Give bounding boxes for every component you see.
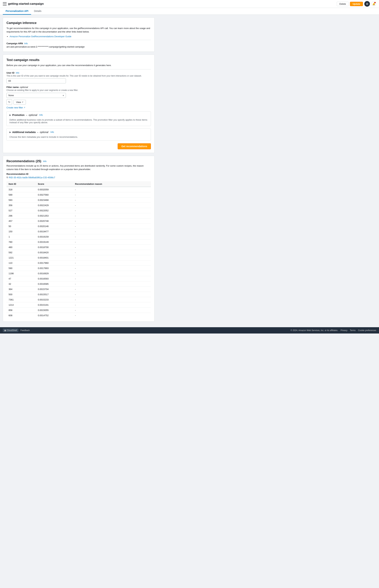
- recommendations-table: Item ID Score Recommendation reason 3180…: [6, 181, 151, 318]
- terms-link[interactable]: Terms: [350, 329, 356, 332]
- promotion-dash: –: [26, 114, 27, 116]
- table-row: 8580.0015055-: [6, 308, 151, 313]
- external-link-icon-2: ↗: [24, 107, 25, 109]
- additional-metadata-header[interactable]: ▶ Additional metadata – optional Info: [7, 129, 151, 136]
- hamburger-menu[interactable]: [3, 2, 7, 5]
- user-id-input[interactable]: [6, 78, 66, 83]
- external-link-icon: ↗: [22, 101, 23, 103]
- table-row: 5270.0022052-: [6, 208, 151, 213]
- table-row: 4800.0018700-: [6, 245, 151, 250]
- create-filter-link[interactable]: Create new filter ↗: [6, 106, 151, 109]
- additional-metadata-arrow: ▶: [9, 131, 11, 133]
- developer-guide-link[interactable]: Amazon Personalize GetRecommendations De…: [10, 35, 71, 38]
- recommendations-info-link[interactable]: Info: [43, 160, 47, 163]
- table-row: 5920.0018420-: [6, 250, 151, 255]
- recommendations-count: (25): [36, 159, 41, 163]
- table-row: 4570.0020748-: [6, 218, 151, 224]
- arn-section: Campaign ARN Info arn:aws:personalize:us…: [6, 42, 151, 48]
- table-row: 500.0020146-: [6, 224, 151, 229]
- update-button[interactable]: Update: [350, 2, 363, 6]
- table-row: 10.0019159-: [6, 234, 151, 239]
- filter-optional-label: optional: [20, 86, 28, 88]
- table-row: 12210.0018401-: [6, 255, 151, 261]
- view-button[interactable]: View ↗: [14, 100, 26, 105]
- table-row: 5890.0027560-: [6, 192, 151, 198]
- privacy-link[interactable]: Privacy: [341, 329, 347, 332]
- filter-label: Filter name- optional: [6, 86, 151, 88]
- test-campaign-card: Test campaign results Before you use you…: [3, 55, 155, 153]
- top-bar-left: getting-started-campaign: [3, 2, 44, 6]
- col-score: Score: [36, 181, 73, 187]
- recommendations-desc: Recommendations include up to 25 items o…: [6, 164, 151, 171]
- filter-hint: Choose an existing filter to apply to yo…: [6, 89, 151, 92]
- top-bar-right: Delete Update ⚙ 🔔: [337, 1, 376, 7]
- additional-metadata-info-link[interactable]: Info: [50, 131, 54, 133]
- table-row: 3560.0022429-: [6, 203, 151, 208]
- settings-icon[interactable]: ⚙: [364, 1, 370, 7]
- campaign-inference-title: Campaign inference: [6, 21, 151, 25]
- rec-id-value: ⧉ RID-35-402c-ba0b-5fb86a83f81a-CID-4598…: [6, 176, 151, 179]
- feedback-link[interactable]: Feedback: [20, 329, 30, 332]
- filter-name-group: Filter name- optional Choose an existing…: [6, 86, 151, 109]
- table-row: 5930.0023468-: [6, 198, 151, 203]
- promotion-info-link[interactable]: Info: [39, 114, 43, 116]
- table-row: 1100.0017960-: [6, 261, 151, 266]
- recommendations-title: Recommendations: [6, 159, 35, 163]
- delete-button[interactable]: Delete: [337, 2, 348, 6]
- campaign-inference-desc: To get recommendations for this campaign…: [6, 27, 151, 33]
- table-row: 6080.0014752-: [6, 313, 151, 318]
- campaign-inference-card: Campaign inference To get recommendation…: [3, 17, 155, 52]
- arn-value: arn:aws:personalize:us-west-2:**********…: [6, 46, 151, 48]
- user-id-info-link[interactable]: Info: [16, 72, 19, 74]
- get-recommendations-button[interactable]: Get recommendations: [118, 143, 151, 149]
- page-title: getting-started-campaign: [8, 2, 44, 6]
- copy-icon: ⧉: [6, 176, 8, 179]
- table-row: 470.0016593-: [6, 276, 151, 281]
- filter-select[interactable]: None: [6, 93, 66, 98]
- promotion-header[interactable]: ▶ Promotion – optional Info: [7, 111, 151, 119]
- main-content: Campaign inference To get recommendation…: [0, 15, 157, 327]
- filter-select-wrap: None: [6, 93, 66, 98]
- promotion-section: ▶ Promotion – optional Info Define addit…: [6, 111, 151, 126]
- user-id-group: User ID Info This is the user ID of the …: [6, 72, 151, 84]
- additional-optional: optional: [40, 131, 48, 134]
- footer: ▣ CloudShell Feedback © 2024, Amazon Web…: [0, 327, 379, 334]
- recommendations-header: Recommendations (25) Info: [6, 159, 151, 163]
- alert-icon[interactable]: 🔔: [371, 1, 376, 6]
- table-row: 3180.0032059-: [6, 187, 151, 192]
- top-bar: getting-started-campaign Delete Update ⚙…: [0, 0, 379, 8]
- recommendations-card: Recommendations (25) Info Recommendation…: [3, 156, 155, 322]
- terminal-icon: ▣: [4, 329, 6, 332]
- col-item-id: Item ID: [6, 181, 36, 187]
- tab-details[interactable]: Details: [31, 8, 44, 15]
- table-row: 5000.0015517-: [6, 292, 151, 297]
- test-campaign-desc: Before you use your campaign in your app…: [6, 64, 151, 67]
- footer-right: © 2024, Amazon Web Services, Inc. or its…: [291, 329, 376, 332]
- footer-left: ▣ CloudShell Feedback: [3, 329, 30, 332]
- user-id-label: User ID Info: [6, 72, 151, 74]
- tabs-bar: Personalization API Details: [0, 8, 379, 15]
- table-row: 2960.0021353-: [6, 213, 151, 218]
- arn-info-link[interactable]: Info: [24, 42, 28, 45]
- table-row: 5900.0017893-: [6, 266, 151, 271]
- promotion-arrow: ▶: [9, 114, 11, 116]
- user-id-hint: This is the user ID of the user you want…: [6, 75, 151, 77]
- col-rec-reason: Recommendation reason: [73, 181, 151, 187]
- additional-dash: –: [37, 131, 38, 134]
- refresh-button[interactable]: ↻: [6, 99, 12, 105]
- tab-personalization-api[interactable]: Personalization API: [3, 8, 31, 15]
- rec-id-label: Recommendation ID: [6, 173, 151, 175]
- promotion-optional: optional: [29, 114, 37, 116]
- test-campaign-title: Test campaign results: [6, 58, 151, 62]
- cookie-prefs-link[interactable]: Cookie preferences: [358, 329, 376, 332]
- table-row: 73610.0015233-: [6, 297, 151, 302]
- arn-label: Campaign ARN Info: [6, 42, 151, 45]
- filter-actions: ↻ View ↗: [6, 99, 151, 105]
- table-row: 7800.0019149-: [6, 239, 151, 245]
- additional-metadata-body: Choose the item metadata you want to inc…: [7, 136, 151, 140]
- cloudshell-button[interactable]: ▣ CloudShell: [3, 329, 18, 332]
- promotion-body: Define additional business rules to prom…: [7, 119, 151, 126]
- table-row: 12140.0015191-: [6, 302, 151, 308]
- table-row: 320.0016585-: [6, 281, 151, 287]
- table-row: 11980.0016929-: [6, 271, 151, 276]
